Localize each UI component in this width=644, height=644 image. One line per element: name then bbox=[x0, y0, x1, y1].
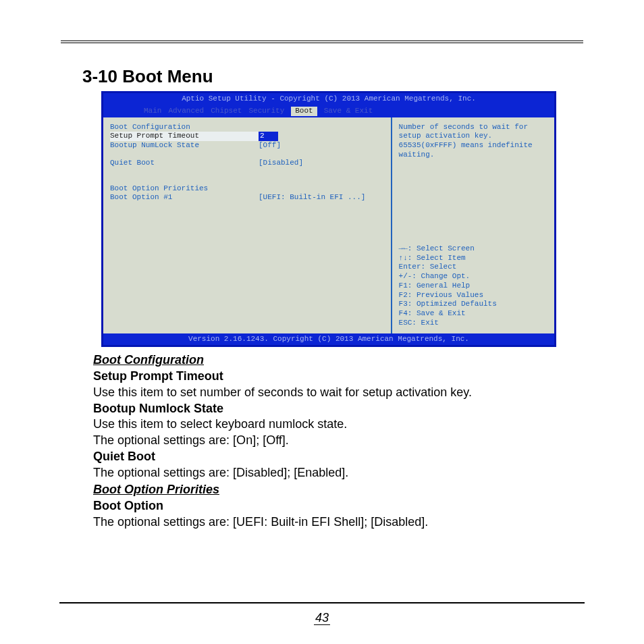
tab-chipset: Chipset bbox=[211, 107, 242, 116]
tab-security: Security bbox=[248, 107, 284, 116]
subhead-boot-config: Boot Configuration bbox=[93, 352, 559, 369]
setup-prompt-timeout-label: Setup Prompt Timeout bbox=[110, 132, 259, 141]
help-description: Number of seconds to wait for setup acti… bbox=[399, 123, 547, 160]
setup-prompt-timeout-value: 2 bbox=[259, 132, 278, 141]
documentation-text: Boot Configuration Setup Prompt Timeout … bbox=[93, 352, 559, 530]
h-bootup-numlock: Bootup Numlock State bbox=[93, 401, 559, 417]
top-rule bbox=[61, 41, 583, 43]
quiet-boot-label: Quiet Boot bbox=[110, 159, 259, 168]
bottom-rule bbox=[59, 602, 585, 603]
p-bootup-numlock-b: The optional settings are: [On]; [Off]. bbox=[93, 433, 559, 449]
tab-advanced: Advanced bbox=[168, 107, 204, 116]
help-keys: →←: Select Screen ↑↓: Select Item Enter:… bbox=[399, 244, 547, 328]
bios-tabs: Main Advanced Chipset Security Boot Save… bbox=[103, 105, 554, 117]
bootup-numlock-label: Bootup NumLock State bbox=[110, 141, 259, 151]
row-quiet-boot: Quiet Boot [Disabled] bbox=[110, 159, 384, 168]
row-bootup-numlock: Bootup NumLock State [Off] bbox=[110, 141, 384, 151]
p-quiet-boot: The optional settings are: [Disabled]; [… bbox=[93, 465, 559, 481]
bootup-numlock-value: [Off] bbox=[259, 141, 281, 151]
h-boot-option: Boot Option bbox=[93, 498, 559, 514]
bios-footer: Version 2.16.1243. Copyright (C) 2013 Am… bbox=[103, 333, 554, 346]
tab-save-exit: Save & Exit bbox=[324, 107, 373, 116]
bios-screenshot: Aptio Setup Utility - Copyright (C) 2013… bbox=[101, 91, 556, 347]
tab-main: Main bbox=[144, 107, 161, 116]
subhead-boot-priorities: Boot Option Priorities bbox=[93, 482, 559, 498]
tab-boot: Boot bbox=[291, 107, 317, 116]
quiet-boot-value: [Disabled] bbox=[259, 159, 303, 168]
boot-option-1-label: Boot Option #1 bbox=[110, 193, 259, 203]
h-setup-prompt-timeout: Setup Prompt Timeout bbox=[93, 369, 559, 385]
row-setup-prompt-timeout: Setup Prompt Timeout 2 bbox=[110, 132, 384, 141]
p-boot-option: The optional settings are: [UEFI: Built-… bbox=[93, 514, 559, 531]
row-boot-option-1: Boot Option #1 [UEFI: Built-in EFI ...] bbox=[110, 193, 384, 203]
boot-option-1-value: [UEFI: Built-in EFI ...] bbox=[259, 193, 365, 203]
boot-config-heading: Boot Configuration bbox=[110, 123, 384, 132]
bios-right-pane: Number of seconds to wait for setup acti… bbox=[391, 117, 554, 333]
bios-header: Aptio Setup Utility - Copyright (C) 2013… bbox=[103, 93, 554, 105]
boot-priorities-heading: Boot Option Priorities bbox=[110, 184, 384, 194]
page-number: 43 bbox=[0, 611, 644, 625]
section-title: 3-10 Boot Menu bbox=[82, 66, 583, 87]
bios-left-pane: Boot Configuration Setup Prompt Timeout … bbox=[103, 117, 391, 333]
p-bootup-numlock-a: Use this item to select keyboard numlock… bbox=[93, 417, 559, 433]
p-setup-prompt-timeout: Use this item to set number of seconds t… bbox=[93, 385, 559, 401]
h-quiet-boot: Quiet Boot bbox=[93, 449, 559, 465]
